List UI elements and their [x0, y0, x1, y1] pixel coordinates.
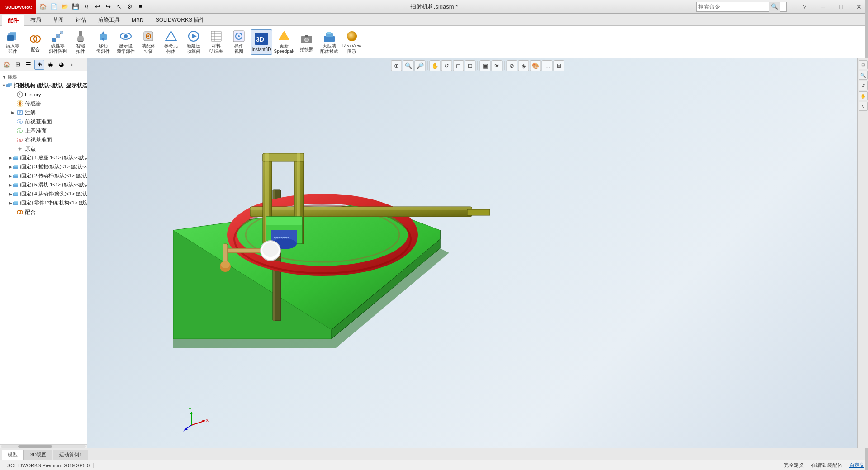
part4-expander[interactable]: ▶: [9, 181, 12, 189]
rp-zoom-btn[interactable]: 🔍: [859, 71, 868, 80]
bg-color-btn[interactable]: 🎨: [530, 60, 541, 71]
rotate-btn[interactable]: ↺: [441, 60, 452, 71]
display-mode-btn[interactable]: ▣: [480, 60, 491, 71]
hide-show-btn[interactable]: 👁: [492, 60, 503, 71]
model-view[interactable]: ◀◀◀◀◀◀◀: [133, 76, 540, 393]
appearance-btn[interactable]: 🖥: [554, 60, 564, 71]
section-view-btn[interactable]: ⊘: [507, 60, 517, 71]
smart-fastener-btn[interactable]: 智能扣件: [70, 29, 91, 55]
pan-btn[interactable]: ✋: [430, 60, 441, 71]
root-expander[interactable]: ▼: [2, 82, 6, 89]
search-box[interactable]: 🔍: [696, 2, 787, 12]
tab-evaluate[interactable]: 评估: [70, 14, 92, 25]
large-assembly-btn[interactable]: 大型装配体模式: [318, 29, 340, 55]
view-settings-btn[interactable]: ◈: [518, 60, 529, 71]
tree-top-plane[interactable]: 上 上基准面: [0, 126, 87, 135]
speedpak-label: 更新Speedpak: [274, 43, 294, 54]
instant3d-btn[interactable]: 3D Instant3D: [251, 29, 272, 55]
restore-btn[interactable]: □: [832, 0, 850, 14]
part5-expander[interactable]: ▶: [9, 190, 12, 198]
bom-btn[interactable]: 材料明细表: [205, 29, 227, 55]
sidebar-circle-btn[interactable]: ◉: [45, 60, 55, 70]
tree-part-4[interactable]: ▶ (固定) 5.滑块-1<1> (默认<<默认>: [0, 180, 87, 190]
horizontal-arm[interactable]: [250, 207, 490, 217]
reference-geometry-btn[interactable]: 参考几何体: [160, 29, 182, 55]
zoom-area-btn[interactable]: 🔎: [415, 60, 426, 71]
tree-history[interactable]: History: [0, 90, 87, 99]
operate-view-btn[interactable]: 操作视图: [228, 29, 250, 55]
standard-views-btn[interactable]: ⊡: [465, 60, 476, 71]
rp-view-btn[interactable]: ⊞: [859, 60, 868, 69]
tab-assembly[interactable]: 配件: [2, 15, 24, 26]
save-btn[interactable]: 💾: [71, 2, 81, 12]
rp-pan-btn[interactable]: ✋: [859, 91, 868, 100]
minimize-btn[interactable]: ─: [814, 0, 832, 14]
open-btn[interactable]: 📂: [60, 2, 70, 12]
part1-expander[interactable]: ▶: [9, 154, 12, 161]
undo-btn[interactable]: ↩: [92, 2, 102, 12]
insert-component-btn[interactable]: 插入零部件: [2, 29, 24, 55]
select-btn[interactable]: ↖: [114, 2, 124, 12]
sidebar-expand-btn[interactable]: ›: [67, 60, 77, 70]
tree-part-2[interactable]: ▶ (固定) 3.摇把(默认)<1> (默认<<默: [0, 162, 87, 171]
rp-select-btn[interactable]: ↖: [859, 102, 868, 111]
realview-btn[interactable]: RealView图形: [341, 29, 363, 55]
annotations-expander[interactable]: ▶: [9, 109, 16, 116]
part6-expander[interactable]: ▶: [9, 199, 12, 207]
part2-expander[interactable]: ▶: [9, 163, 12, 171]
tree-sensors[interactable]: 传感器: [0, 99, 87, 108]
tree-origin[interactable]: 原点: [0, 144, 87, 153]
tab-sketch[interactable]: 草图: [47, 14, 70, 25]
tree-annotations[interactable]: ▶ 注解: [0, 108, 87, 117]
sidebar-target-btn[interactable]: ⊕: [34, 60, 44, 70]
tab-motion-study[interactable]: 运动算例1: [53, 450, 88, 460]
tree-right-plane[interactable]: 右 右视基准面: [0, 135, 87, 144]
show-hide-btn[interactable]: 显示隐藏零部件: [115, 29, 137, 55]
tree-part-5[interactable]: ▶ (固定) 4.从动件(箭头)<1> (默认<<: [0, 190, 87, 199]
tree-mates[interactable]: 配合: [0, 208, 87, 217]
tree-part-1[interactable]: ▶ (固定) 1.底座-1<1> (默认<<默认>: [0, 153, 87, 162]
snapshot-btn[interactable]: 拍快照: [296, 29, 318, 55]
scroll-thumb[interactable]: [18, 445, 52, 448]
options-btn[interactable]: ≡: [136, 2, 146, 12]
new-motion-btn[interactable]: 新建运动算例: [183, 29, 204, 55]
tab-model[interactable]: 模型: [2, 450, 24, 460]
print-btn[interactable]: 🖨: [81, 2, 91, 12]
help-icon[interactable]: ?: [796, 0, 814, 14]
new-btn[interactable]: 📄: [49, 2, 59, 12]
tree-part-6[interactable]: ▶ (固定) 零件1^扫射机构<1> (默认<: [0, 199, 87, 208]
part3-expander[interactable]: ▶: [9, 172, 12, 180]
assembly-feature-btn[interactable]: 装配体特征: [138, 29, 159, 55]
tab-3d-view[interactable]: 3D视图: [24, 450, 52, 460]
tab-mbd[interactable]: MBD: [126, 14, 150, 25]
sidebar-home-btn[interactable]: 🏠: [2, 60, 12, 70]
speedpak-btn[interactable]: ⚡ 更新Speedpak: [273, 29, 295, 55]
view-more-btn[interactable]: …: [542, 60, 553, 71]
sidebar-grid-btn[interactable]: ⊞: [13, 60, 23, 70]
redo-btn[interactable]: ↪: [103, 2, 113, 12]
view-orient-btn[interactable]: ◻: [453, 60, 464, 71]
large-assembly-icon: [322, 30, 337, 43]
linear-pattern-btn[interactable]: 线性零部件阵列: [47, 29, 69, 55]
home-btn[interactable]: 🏠: [38, 2, 48, 12]
tab-layout[interactable]: 布局: [24, 14, 47, 25]
tab-plugins[interactable]: SOLIDWORKS 插件: [150, 14, 211, 25]
zoom-extents-btn[interactable]: ⊕: [391, 60, 402, 71]
zoom-to-fit-btn[interactable]: 🔍: [403, 60, 414, 71]
rebuild-btn[interactable]: ⚙: [125, 2, 135, 12]
status-customize[interactable]: 自定义: [849, 462, 864, 469]
sidebar-scrollbar[interactable]: [0, 444, 87, 448]
tab-render[interactable]: 渲染工具: [92, 14, 126, 25]
search-button[interactable]: 🔍: [769, 2, 780, 12]
scroll-track[interactable]: [1, 445, 86, 448]
sidebar-pie-btn[interactable]: ◕: [56, 60, 66, 70]
search-input[interactable]: [697, 4, 769, 10]
sidebar-list-btn[interactable]: ☰: [24, 60, 33, 70]
tree-root[interactable]: ▼ 扫射机构 (默认<默认_显示状态-1>): [0, 81, 87, 90]
mate-btn[interactable]: 配合: [24, 29, 46, 55]
viewport[interactable]: ⊕ 🔍 🔎 ✋ ↺ ◻ ⊡ ▣ 👁 ⊘ ◈ 🎨 … 🖥: [87, 58, 868, 448]
tree-part-3[interactable]: ▶ (固定) 2.传动杆(默认)<1> (默认<<: [0, 171, 87, 180]
move-component-btn[interactable]: 移动零部件: [92, 29, 114, 55]
tree-front-plane[interactable]: 前 前视基准面: [0, 117, 87, 126]
rp-rotate-btn[interactable]: ↺: [859, 81, 868, 90]
